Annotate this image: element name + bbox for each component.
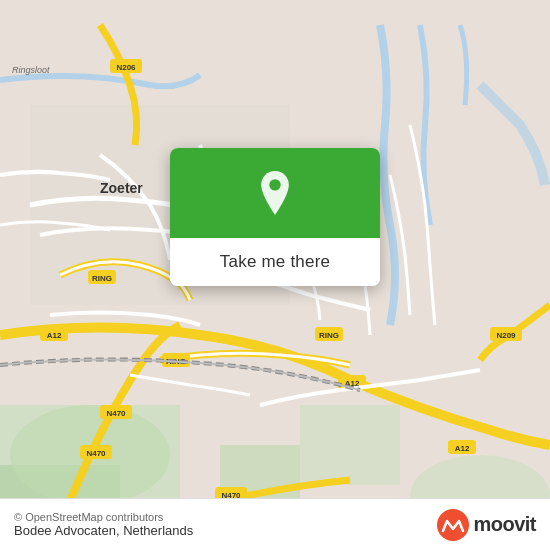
svg-text:A12: A12 — [47, 331, 62, 340]
moovit-text: moovit — [473, 513, 536, 536]
moovit-logo: moovit — [437, 509, 536, 541]
attribution: © OpenStreetMap contributors — [14, 511, 193, 523]
location-label: Bodee Advocaten, Netherlands — [14, 523, 193, 538]
svg-point-32 — [269, 179, 280, 190]
svg-text:Ringsloot: Ringsloot — [12, 65, 50, 75]
svg-text:N209: N209 — [496, 331, 516, 340]
bottom-bar: © OpenStreetMap contributors Bodee Advoc… — [0, 498, 550, 550]
moovit-icon — [437, 509, 469, 541]
svg-text:Zoeter: Zoeter — [100, 180, 143, 196]
svg-text:N470: N470 — [106, 409, 126, 418]
take-me-there-button[interactable]: Take me there — [170, 238, 380, 286]
popup-green-area — [170, 148, 380, 238]
svg-text:A12: A12 — [455, 444, 470, 453]
svg-point-33 — [437, 509, 469, 541]
map-container: A12 A12 A12 N470 N470 N470 N206 N209 — [0, 0, 550, 550]
location-pin-icon — [253, 171, 297, 215]
svg-text:N470: N470 — [86, 449, 106, 458]
bottom-bar-left: © OpenStreetMap contributors Bodee Advoc… — [14, 511, 193, 538]
svg-rect-4 — [300, 405, 400, 485]
popup-card: Take me there — [170, 148, 380, 286]
svg-text:RING: RING — [92, 274, 112, 283]
svg-text:RING: RING — [319, 331, 339, 340]
svg-text:N206: N206 — [116, 63, 136, 72]
